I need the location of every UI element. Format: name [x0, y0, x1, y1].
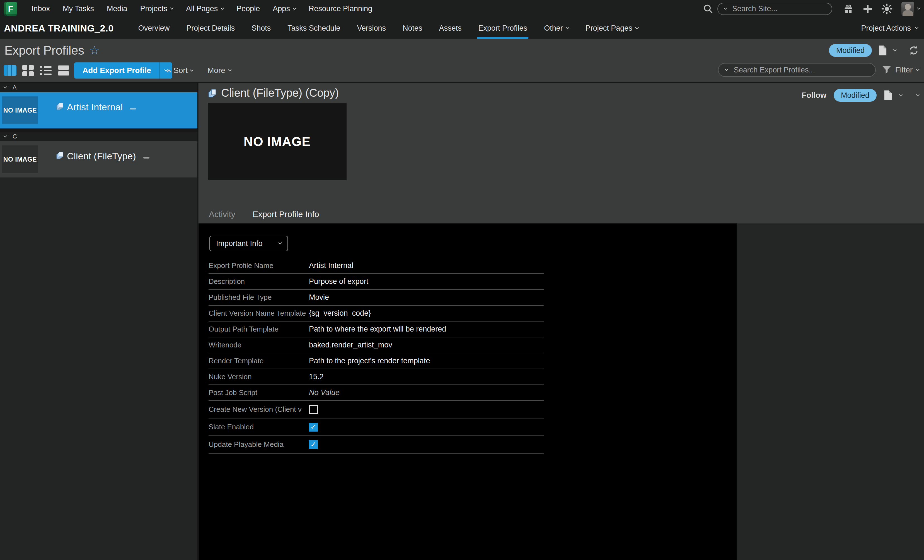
follow-button[interactable]: Follow [802, 91, 826, 100]
refresh-icon[interactable] [908, 45, 919, 56]
field-checkbox[interactable] [309, 423, 318, 431]
nav-item-label: Media [107, 4, 128, 13]
profile-item-title: Artist Internal [67, 102, 123, 112]
field-value[interactable]: Movie [309, 293, 329, 302]
topnav-item-apps[interactable]: Apps [266, 0, 302, 18]
view-browser-button[interactable] [56, 64, 71, 77]
field-value[interactable]: Path to where the export will be rendere… [309, 325, 446, 334]
field-value[interactable]: No Value [309, 388, 340, 397]
detail-tab-activity[interactable]: Activity [209, 210, 236, 219]
project-actions-button[interactable]: Project Actions [861, 24, 924, 33]
tab-project-details[interactable]: Project Details [178, 18, 243, 39]
tab-shots[interactable]: Shots [243, 18, 279, 39]
tab-versions[interactable]: Versions [348, 18, 394, 39]
flow-logo-icon[interactable]: F [4, 2, 17, 16]
more-control[interactable]: More [207, 62, 231, 79]
add-export-profile-button[interactable]: Add Export Profile [74, 62, 172, 79]
detail-modified-badge[interactable]: Modified [834, 89, 877, 102]
topnav-item-my-tasks[interactable]: My Tasks [56, 0, 100, 18]
document-stack-icon [208, 88, 217, 98]
tab-notes[interactable]: Notes [394, 18, 431, 39]
group-header-a[interactable]: A [0, 83, 197, 92]
tab-other[interactable]: Other [536, 18, 577, 39]
dash-indicator [130, 108, 136, 109]
tab-project-pages[interactable]: Project Pages [577, 18, 646, 39]
nav-item-label: People [236, 4, 260, 13]
group-header-c[interactable]: C [0, 132, 197, 141]
nav-item-label: Apps [273, 4, 290, 13]
tab-tasks-schedule[interactable]: Tasks Schedule [279, 18, 348, 39]
chevron-down-icon[interactable] [893, 48, 897, 52]
chevron-down-icon[interactable] [724, 67, 728, 71]
field-label: Export Profile Name [208, 261, 309, 270]
sun-icon[interactable] [881, 3, 892, 15]
site-search-input[interactable] [732, 4, 826, 13]
page-icon[interactable] [884, 90, 892, 100]
view-list-button[interactable] [39, 64, 53, 77]
view-master-detail-button[interactable] [3, 64, 17, 77]
field-label: Nuke Version [208, 373, 309, 381]
filter-funnel-icon [882, 66, 891, 74]
topnav-item-projects[interactable]: Projects [134, 0, 180, 18]
tab-label: Assets [439, 24, 462, 33]
section-select[interactable]: Important Info [209, 236, 288, 251]
field-value[interactable]: Purpose of export [309, 277, 368, 286]
browser-icon [58, 66, 69, 75]
page-icon[interactable] [879, 45, 887, 56]
user-avatar[interactable] [902, 1, 914, 16]
profile-list-item-client-filetype[interactable]: NO IMAGEClient (FileType) [0, 141, 197, 177]
sort-control[interactable]: Sort [167, 62, 193, 79]
page: { "topnav": { "logo_letter": "F", "items… [0, 0, 924, 560]
detail-tab-export-profile-info[interactable]: Export Profile Info [253, 210, 319, 219]
field-label: Description [208, 277, 309, 286]
topnav-item-media[interactable]: Media [100, 0, 134, 18]
chevron-down-icon[interactable] [916, 93, 920, 96]
tab-overview[interactable]: Overview [130, 18, 178, 39]
detail-title-row: Client (FileType) (Copy) [208, 87, 339, 99]
field-row-writenode: Writenodebaked.render_artist_mov [208, 337, 544, 353]
field-value[interactable]: {sg_version_code} [309, 309, 371, 317]
add-export-profile-label[interactable]: Add Export Profile [74, 62, 159, 79]
field-label: Writenode [208, 341, 309, 349]
tab-assets[interactable]: Assets [431, 18, 470, 39]
export-profiles-search-input[interactable] [734, 66, 868, 74]
tab-label: Export Profiles [478, 24, 528, 33]
field-checkbox[interactable] [309, 405, 318, 414]
profile-list-item-artist-internal[interactable]: NO IMAGEArtist Internal [0, 92, 197, 129]
topnav-item-all-pages[interactable]: All Pages [180, 0, 230, 18]
chevron-down-icon [228, 68, 232, 72]
site-search-box[interactable] [717, 3, 832, 15]
field-checkbox[interactable] [309, 440, 318, 449]
filter-control[interactable]: Filter [882, 66, 919, 74]
nav-item-label: All Pages [186, 4, 218, 13]
field-value[interactable]: 15.2 [309, 373, 324, 381]
field-row-render-template: Render TemplatePath to the project's ren… [208, 353, 544, 369]
field-label: Post Job Script [208, 388, 309, 397]
tab-label: Overview [138, 24, 170, 33]
plus-icon[interactable] [864, 5, 872, 13]
export-profiles-search-box[interactable] [718, 63, 876, 77]
view-grid-button[interactable] [21, 64, 35, 77]
field-row-update-playable-media: Update Playable Media [208, 436, 544, 454]
chevron-down-icon[interactable] [899, 93, 903, 96]
gift-icon[interactable] [843, 4, 854, 14]
topnav-item-people[interactable]: People [230, 0, 266, 18]
field-value[interactable]: Artist Internal [309, 261, 353, 270]
project-name[interactable]: ANDREA TRAINING_2.0 [4, 23, 114, 34]
page-title-row: Export Profiles [4, 43, 100, 57]
field-value[interactable]: Path to the project's render template [309, 356, 430, 365]
modified-badge[interactable]: Modified [829, 44, 872, 57]
favorite-star-icon[interactable] [89, 45, 100, 56]
tab-export-profiles[interactable]: Export Profiles [470, 18, 536, 39]
search-icon[interactable] [703, 4, 714, 14]
topnav-item-inbox[interactable]: Inbox [25, 0, 56, 18]
chevron-down-icon [190, 68, 194, 72]
grid-icon [22, 65, 34, 76]
chevron-down-icon[interactable] [917, 6, 921, 10]
no-image-thumbnail: NO IMAGE [2, 145, 38, 173]
nav-item-label: Resource Planning [309, 4, 372, 13]
field-value[interactable]: baked.render_artist_mov [309, 341, 392, 349]
search-filter-row: Filter [718, 63, 919, 77]
topnav-item-resource-planning[interactable]: Resource Planning [302, 0, 379, 18]
chevron-down-icon[interactable] [723, 6, 727, 10]
